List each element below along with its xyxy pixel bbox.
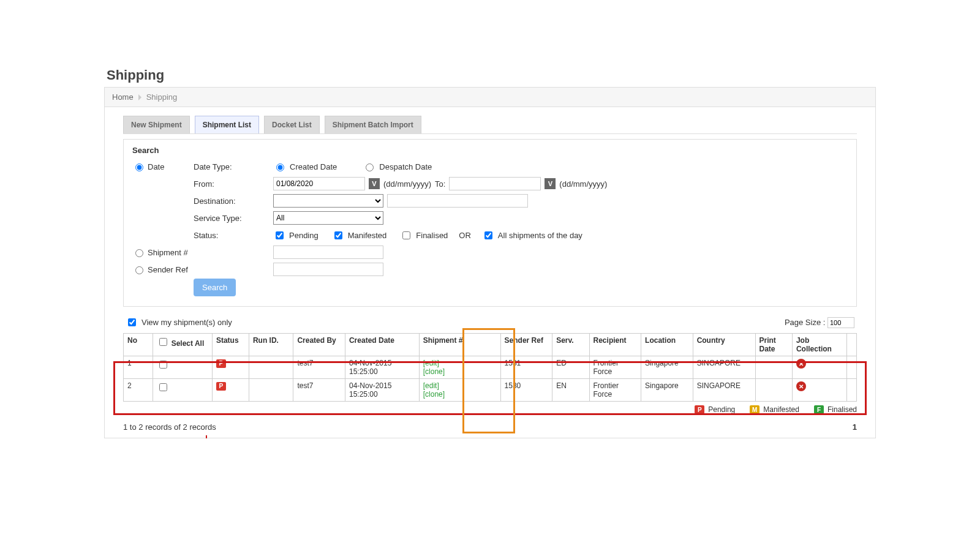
col-job-collection: Job Collection <box>792 334 846 356</box>
col-country: Country <box>693 334 755 356</box>
cell-location: Singapore <box>641 356 693 379</box>
tab-bar: New Shipment Shipment List Docket List S… <box>123 116 857 134</box>
tab-batch-import[interactable]: Shipment Batch Import <box>325 116 421 133</box>
cell-serv: EN <box>552 379 589 402</box>
col-serv: Serv. <box>552 334 589 356</box>
row-select-checkbox[interactable] <box>159 383 167 391</box>
page-size-input[interactable] <box>827 317 854 328</box>
from-date-picker-icon[interactable]: V <box>369 178 380 189</box>
pending-flag-icon: P <box>695 405 704 414</box>
search-box: Search Date Date Type: Created Date Desp… <box>123 139 857 307</box>
status-legend: PPending MManifested FFinalised <box>123 405 857 414</box>
shipment-edit-link[interactable]: [edit] <box>423 381 439 390</box>
status-manifested-checkbox[interactable] <box>334 231 342 239</box>
breadcrumb: Home Shipping <box>104 87 876 107</box>
col-select-all: Select All <box>172 339 205 348</box>
cell-location: Singapore <box>641 379 693 402</box>
row-select-checkbox[interactable] <box>159 361 167 369</box>
table-container: No Select All Status Run ID. Created By … <box>123 333 857 402</box>
cell-run-id <box>249 379 293 402</box>
radio-sender-ref[interactable] <box>135 266 143 274</box>
status-pending-checkbox[interactable] <box>276 231 284 239</box>
to-date-picker-icon[interactable]: V <box>545 178 556 189</box>
radio-date-label: Date <box>148 162 164 171</box>
cell-print-date <box>755 379 792 402</box>
main-panel: New Shipment Shipment List Docket List S… <box>104 107 876 438</box>
cell-recipient: Frontier Force <box>589 379 641 402</box>
radio-shipment-no[interactable] <box>135 249 143 257</box>
select-all-checkbox[interactable] <box>159 338 167 346</box>
service-type-select[interactable]: All <box>273 211 383 225</box>
status-pending-label: Pending <box>289 231 318 240</box>
to-date-input[interactable] <box>449 177 541 190</box>
legend-manifested: Manifested <box>763 405 799 414</box>
sender-ref-input[interactable] <box>273 263 383 276</box>
from-label: From: <box>194 179 273 189</box>
date-type-label: Date Type: <box>194 162 273 171</box>
cell-print-date <box>755 356 792 379</box>
legend-pending: Pending <box>708 405 735 414</box>
radio-despatch-date[interactable] <box>366 163 374 171</box>
col-sender-ref: Sender Ref <box>500 334 552 356</box>
shipment-table: No Select All Status Run ID. Created By … <box>123 333 857 402</box>
legend-finalised: Finalised <box>827 405 857 414</box>
col-shipment-no: Shipment # <box>419 334 500 356</box>
cell-created-by: test7 <box>293 356 345 379</box>
from-date-input[interactable] <box>273 177 365 190</box>
view-my-shipments-checkbox[interactable] <box>128 318 136 326</box>
despatch-date-label: Despatch Date <box>379 162 432 171</box>
view-my-shipments-label: View my shipment(s) only <box>141 318 232 327</box>
shipment-clone-link[interactable]: [clone] <box>423 367 445 376</box>
tab-shipment-list[interactable]: Shipment List <box>195 116 259 133</box>
cell-no: 1 <box>124 356 153 379</box>
page-title: Shipping <box>107 67 876 83</box>
destination-select[interactable] <box>273 194 383 208</box>
manifested-flag-icon: M <box>750 405 760 414</box>
col-created-date: Created Date <box>345 334 419 356</box>
col-recipient: Recipient <box>589 334 641 356</box>
annotation-arrow <box>206 435 207 438</box>
table-row: 2Ptest704-Nov-2015 15:25:00 [edit][clone… <box>124 379 857 402</box>
cell-created-date: 04-Nov-2015 15:25:00 <box>345 356 419 379</box>
shipment-edit-link[interactable]: [edit] <box>423 359 439 367</box>
breadcrumb-home[interactable]: Home <box>112 92 134 102</box>
status-finalised-checkbox[interactable] <box>402 231 410 239</box>
cell-created-date: 04-Nov-2015 15:25:00 <box>345 379 419 402</box>
cell-country: SINGAPORE <box>693 356 755 379</box>
cell-recipient: Frontier Force <box>589 356 641 379</box>
status-or-label: OR <box>459 231 471 240</box>
shipment-clone-link[interactable]: [clone] <box>423 390 445 399</box>
destination-label: Destination: <box>194 197 273 206</box>
cell-country: SINGAPORE <box>693 379 755 402</box>
cell-sender-ref: 1530 <box>500 379 552 402</box>
radio-created-date[interactable] <box>276 163 284 171</box>
shipment-no-input[interactable] <box>273 246 383 259</box>
to-date-format-hint: (dd/mm/yyyy) <box>559 179 607 189</box>
breadcrumb-separator-icon <box>138 94 141 100</box>
created-date-label: Created Date <box>290 162 337 171</box>
status-label: Status: <box>194 231 273 240</box>
cell-no: 2 <box>124 379 153 402</box>
status-all-day-checkbox[interactable] <box>484 231 492 239</box>
cell-created-by: test7 <box>293 379 345 402</box>
from-date-format-hint: (dd/mm/yyyy) <box>383 179 431 189</box>
col-run-id: Run ID. <box>249 334 293 356</box>
page-size-label: Page Size : <box>785 318 826 327</box>
status-finalised-label: Finalised <box>416 231 448 240</box>
tab-new-shipment[interactable]: New Shipment <box>123 116 190 133</box>
cell-sender-ref: 1531 <box>500 356 552 379</box>
radio-shipment-no-label: Shipment # <box>148 248 188 257</box>
radio-date[interactable] <box>135 163 143 171</box>
service-type-label: Service Type: <box>194 214 273 223</box>
cell-serv: ED <box>552 356 589 379</box>
records-text: 1 to 2 records of 2 records <box>123 422 216 432</box>
search-button[interactable]: Search <box>194 279 236 296</box>
col-print-date: Print Date <box>755 334 792 356</box>
tab-docket-list[interactable]: Docket List <box>264 116 320 133</box>
col-location: Location <box>641 334 693 356</box>
cell-shipment-no: [edit][clone] <box>419 356 500 379</box>
cancel-icon[interactable]: ✕ <box>796 381 806 391</box>
cancel-icon[interactable]: ✕ <box>796 359 806 369</box>
table-row: 1Ptest704-Nov-2015 15:25:00 [edit][clone… <box>124 356 857 379</box>
destination-input[interactable] <box>387 194 528 208</box>
